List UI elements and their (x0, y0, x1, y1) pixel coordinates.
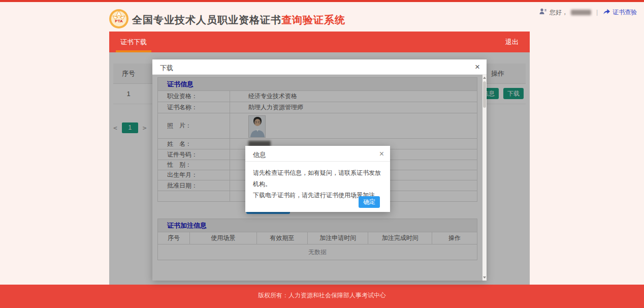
download-modal-titlebar: 下载 × (152, 59, 487, 75)
share-arrow-icon (603, 8, 610, 16)
scrollbar-thumb[interactable] (483, 81, 486, 108)
user-name-redacted (571, 10, 591, 15)
top-accent-strip (0, 0, 644, 2)
user-area: 您好， | 证书查验 (539, 8, 637, 16)
footer: 版权所有：人力资源和社会保障部人事考试中心 (0, 285, 644, 308)
info-modal: 信息 × 请先检查证书信息，如有疑问，请联系证书发放机构。 下载电子证书前，请先… (245, 146, 390, 212)
ok-button[interactable]: 确定 (359, 196, 380, 208)
page-title-main: 全国专业技术人员职业资格证书 (132, 14, 281, 25)
info-modal-titlebar: 信息 × (245, 146, 390, 162)
info-modal-message: 请先检查证书信息，如有疑问，请联系证书发放机构。 下载电子证书前，请先进行证书使… (245, 162, 390, 201)
info-modal-title: 信息 (253, 150, 266, 160)
cert-verify-label: 证书查验 (613, 8, 637, 17)
download-modal-title: 下载 (160, 64, 173, 73)
main-navbar: 证书下载 退出 (109, 32, 530, 52)
scroll-up-arrow-icon[interactable] (483, 77, 486, 79)
pta-logo: PTA (109, 9, 129, 29)
user-icon (539, 8, 546, 16)
logout-button[interactable]: 退出 (505, 32, 519, 52)
copyright-text: 版权所有：人力资源和社会保障部人事考试中心 (258, 292, 386, 299)
page-title: 全国专业技术人员职业资格证书查询验证系统 (132, 13, 345, 27)
page-title-accent: 查询验证系统 (281, 14, 345, 25)
modal-scrollbar[interactable] (482, 75, 487, 281)
tab-cert-download[interactable]: 证书下载 (116, 32, 151, 52)
info-modal-close-icon[interactable]: × (379, 148, 384, 160)
scroll-down-arrow-icon[interactable] (483, 276, 486, 279)
cert-verify-link[interactable]: 证书查验 (603, 8, 637, 17)
separator: | (596, 9, 598, 16)
info-line-1: 请先检查证书信息，如有疑问，请联系证书发放机构。 (253, 167, 382, 190)
greeting-text: 您好， (550, 8, 568, 17)
download-modal-close-icon[interactable]: × (475, 61, 480, 73)
svg-text:PTA: PTA (115, 19, 123, 23)
